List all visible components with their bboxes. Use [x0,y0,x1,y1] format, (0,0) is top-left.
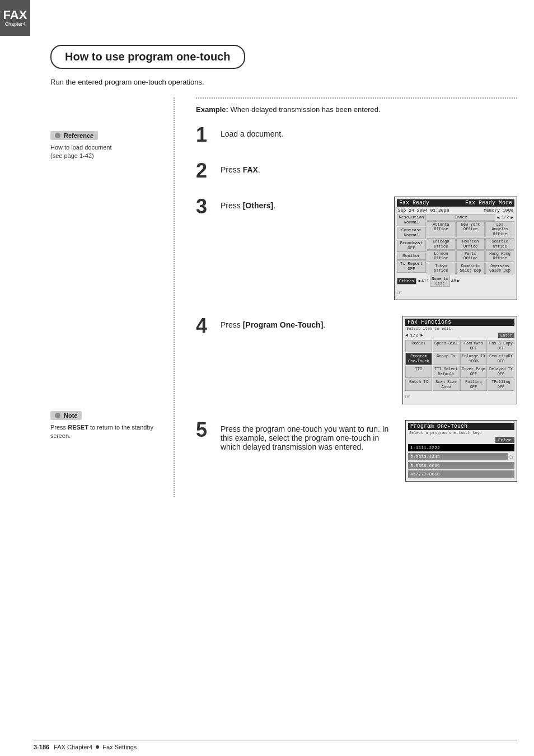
pot-item-2-row: 2:3333-4444 ☞ [408,452,514,462]
resolution-cell: ResolutionNormal [397,214,426,226]
note-suffix: to return to the standby screen. [50,424,153,439]
right-column: Example: When delayed transmission has b… [185,97,517,497]
step-3-left: 3 Press [Others]. [196,197,386,217]
dotted-top-line [196,97,517,99]
tx-report-cell: Tx ReportOFF [397,260,426,273]
reference-badge: Reference [50,131,98,140]
fax-ready-date: Sep 24 2004 01:30pm [398,208,449,213]
entry-0: AtlantaOffice [427,221,456,237]
step-5: 5 Press the program one-touch you want t… [196,420,517,482]
ff-tti-select: TTI SelectDefault [433,366,460,378]
pot-item-2[interactable]: 2:3333-4444 [408,453,508,460]
fax-title: FAX [3,9,27,21]
reference-text: How to load document (see page 1-42) [50,143,168,161]
step-2: 2 Press FAX. [196,161,517,181]
ff-delayed-tx: Delayed TXOFF [488,366,514,378]
pot-item-3[interactable]: 3:5555-6666 [408,462,514,469]
ff-enter-btn[interactable]: Enter [498,333,514,338]
reference-area: Reference How to load document (see page… [50,131,168,161]
step-5-left: 5 Press the program one-touch you want t… [196,420,397,451]
nav-left[interactable]: ◄ [496,215,501,220]
ff-title: Fax Functions [405,319,514,326]
step-4-left: 4 Press [Program One-Touch]. [196,316,395,336]
step-1: 1 Load a document. [196,125,517,145]
index-cell: Index [427,214,495,221]
ff-nav-left[interactable]: ◄ [405,333,408,338]
note-dot [55,413,60,418]
footer-bullet [96,745,99,749]
note-text: Press RESET to return to the standby scr… [50,423,168,441]
broadcast-cell: BroadcastOFF [397,240,426,252]
nav-right[interactable]: ► [509,215,514,220]
ff-security-rx: SecurityRXOFF [488,353,514,365]
step-2-bold: FAX [243,165,258,174]
ff-program-one-touch[interactable]: ProgramOne-Touch [405,353,432,365]
page-footer: 3-186 FAX Chapter4 Fax Settings [34,740,517,750]
example-text: When delayed transmission has been enter… [230,105,380,114]
fax-ready-bottom: Others ◄ All NumericList AB ► [397,276,514,287]
cursor-hand-3: ☞ [510,452,514,462]
all-label: All [421,279,429,283]
fax-ready-title: Fax Ready [399,200,429,206]
entry-7: ParisOffice [456,250,485,262]
step-4-number: 4 [196,316,213,336]
ff-nav-row: ◄ 1/2 ► Enter [405,333,514,338]
ff-page: 1/2 [410,333,418,338]
bottom-nav-right[interactable]: ► [457,278,460,283]
ff-tti: TTI [405,366,432,378]
step-3-number: 3 [196,197,213,217]
fax-functions-screen: Fax Functions Select item to edit. ◄ 1/2… [402,316,517,405]
step-2-number: 2 [196,161,213,181]
fax-ready-memory: Memory 100% [484,208,513,213]
title-box: How to use program one-touch [50,45,245,69]
page-title: How to use program one-touch [65,50,231,63]
page-indicator: 1/2 [502,215,509,220]
cursor-hand-2: ☞ [405,392,514,402]
pot-enter-btn[interactable]: Enter [495,437,514,443]
step-3: 3 Press [Others]. Fax Ready Fax Ready Mo… [196,197,517,300]
fax-ready-screen: Fax Ready Fax Ready Mode Sep 24 2004 01:… [394,197,517,300]
example-label: Example: [196,105,228,114]
fax-ready-right: Index ◄ 1/2 ► AtlantaOffice New YorkOffi… [427,214,514,274]
step-4-text: Press [Program One-Touch]. [221,316,395,329]
entry-5: SeattleOffice [485,238,514,250]
pot-item-4[interactable]: 4:7777-8888 [408,470,514,478]
entry-8: Hong KongOffice [485,250,514,262]
ff-batch-tx: Batch TX [405,379,432,391]
note-bold: RESET [68,424,88,431]
example-line: Example: When delayed transmission has b… [196,105,517,114]
entries-grid: AtlantaOffice New YorkOffice Los Angeles… [427,221,514,274]
pot-title: Program One-Touch [408,423,514,430]
ff-enlarge-tx: Enlarge TX100% [460,353,487,365]
ff-nav-right[interactable]: ► [420,333,423,338]
ff-faxfrwrd: FaxFrwrdOFF [460,340,487,352]
page-subtitle: Run the entered program one-touch operat… [50,78,517,86]
step-4: 4 Press [Program One-Touch]. Fax Functio… [196,316,517,405]
step-1-number: 1 [196,125,213,145]
ff-subtitle: Select item to edit. [405,326,514,331]
pot-item-1[interactable]: 1:1111-2222 [408,444,514,451]
ff-speed-dial: Speed Dial [433,340,460,352]
step-5-text: Press the program one-touch you want to … [221,420,397,451]
ff-polling: PollingOFF [460,379,487,391]
fax-ready-mode: Fax Ready Mode [465,200,512,206]
step-2-text: Press FAX. [221,161,517,174]
pot-subtitle: Select a program one-touch key. [408,431,514,435]
step-4-bold: [Program One-Touch] [243,320,324,329]
entry-11: OverseasGales Dep [485,263,514,274]
bottom-nav-left[interactable]: ◄ [418,278,420,283]
fax-ready-info: Sep 24 2004 01:30pm Memory 100% [397,208,514,213]
step-3-text: Press [Others]. [221,197,386,210]
fax-chapter-box: FAX Chapter4 [0,0,30,36]
others-btn[interactable]: Others [397,278,416,284]
contrast-cell: ContrastNormal [397,227,426,239]
note-badge: Note [50,411,82,420]
left-column: Reference How to load document (see page… [50,97,185,497]
entry-2: Los AngelesOffice [485,221,514,237]
note-area: Note Press RESET to return to the standb… [50,411,168,441]
step-1-text: Load a document. [221,125,517,138]
footer-page-num: 3-186 [34,744,49,750]
fax-ready-left-controls: ResolutionNormal ContrastNormal Broadcas… [397,214,426,274]
ff-tpolling: TPollingOFF [488,379,514,391]
ff-grid: Redial Speed Dial FaxFrwrdOFF Fax & Copy… [405,340,514,391]
